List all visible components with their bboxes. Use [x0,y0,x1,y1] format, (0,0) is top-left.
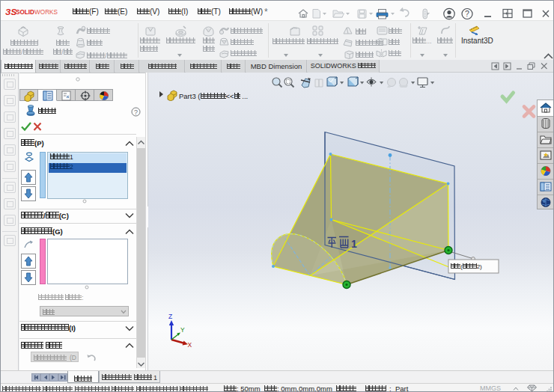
svg-text:Y: Y [180,326,185,334]
svg-text:1: 1 [351,238,357,250]
svg-text:Z: Z [168,313,172,320]
svg-text:X: X [188,341,192,349]
svg-text:?: ? [465,9,469,18]
svg-text:?: ? [134,108,138,116]
svg-text:SOLIDWORKS: SOLIDWORKS [16,9,58,16]
